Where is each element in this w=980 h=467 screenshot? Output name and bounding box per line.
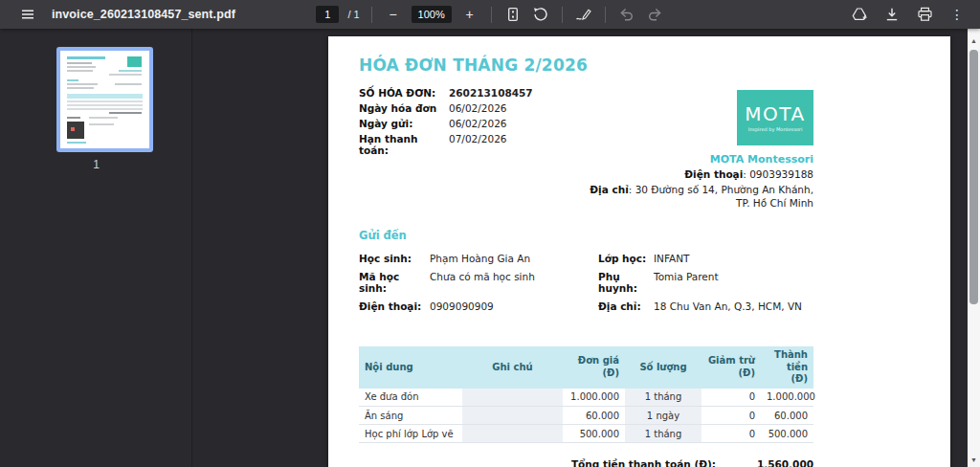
meta-label: Ngày hóa đơn bbox=[359, 102, 449, 114]
scroll-up-icon[interactable]: ▲ bbox=[968, 34, 980, 47]
total-label: Tổng tiền thanh toán (Đ): bbox=[571, 458, 716, 467]
student-name: Phạm Hoàng Gia An bbox=[430, 253, 598, 264]
toolbar-divider bbox=[491, 7, 492, 23]
col-header-note: Ghi chú bbox=[462, 346, 563, 389]
company-name: MOTA Montessori bbox=[584, 153, 813, 166]
recipient-address-label: Địa chỉ: bbox=[598, 300, 654, 312]
student-label: Học sinh: bbox=[359, 253, 430, 264]
toolbar-divider bbox=[371, 7, 372, 23]
logo-text: MOTA bbox=[745, 104, 805, 123]
page-number-input[interactable] bbox=[316, 6, 339, 23]
item-quantity: 1 tháng bbox=[625, 425, 702, 443]
recipient-section-title: Gửi đến bbox=[359, 229, 813, 242]
table-header-row: Nội dung Ghi chú Đơn giá (Đ) Số lượng Gi… bbox=[359, 346, 813, 389]
undo-icon[interactable] bbox=[617, 4, 636, 25]
item-discount: 0 bbox=[702, 425, 761, 443]
thumbnail-page-number: 1 bbox=[0, 158, 192, 171]
item-quantity: 1 ngày bbox=[625, 407, 702, 425]
student-id: Chưa có mã học sinh bbox=[430, 271, 598, 294]
item-discount: 0 bbox=[702, 389, 761, 407]
document-filename: invoice_260213108457_sent.pdf bbox=[52, 8, 235, 21]
col-header-unit-price: Đơn giá (Đ) bbox=[563, 346, 625, 389]
print-icon[interactable] bbox=[915, 4, 934, 25]
mota-logo: MOTA Inspired by Montessori bbox=[737, 90, 813, 145]
vertical-scrollbar[interactable]: ▲ ▼ bbox=[968, 29, 980, 467]
toolbar-right: ⋮ bbox=[850, 0, 980, 29]
col-header-amount: Thành tiền (Đ) bbox=[761, 346, 813, 389]
col-header-discount: Giảm trừ (Đ) bbox=[702, 346, 761, 389]
save-to-drive-icon[interactable] bbox=[850, 4, 869, 25]
recipient-left-column: Học sinh: Phạm Hoàng Gia An Mã học sinh:… bbox=[359, 253, 598, 312]
company-block: MOTA Inspired by Montessori MOTA Montess… bbox=[584, 90, 813, 211]
recipient-phone: 0909090909 bbox=[430, 300, 598, 312]
phone-value: : 0903939188 bbox=[743, 168, 813, 180]
class-name: INFANT bbox=[654, 253, 813, 264]
rotate-icon[interactable] bbox=[531, 4, 550, 25]
invoice-items-table: Nội dung Ghi chú Đơn giá (Đ) Số lượng Gi… bbox=[359, 346, 813, 443]
company-phone: Điện thoại: 0903939188 bbox=[584, 167, 813, 181]
fit-page-icon[interactable] bbox=[503, 4, 523, 25]
item-amount: 60.000 bbox=[761, 407, 813, 425]
page-thumbnail[interactable] bbox=[56, 47, 153, 152]
item-unit-price: 500.000 bbox=[563, 425, 625, 443]
recipient-phone-label: Điện thoại: bbox=[359, 300, 430, 312]
item-unit-price: 1.000.000 bbox=[563, 389, 625, 407]
item-discount: 0 bbox=[702, 407, 761, 425]
logo-tagline: Inspired by Montessori bbox=[748, 126, 803, 132]
document-viewport: HÓA ĐƠN THÁNG 2/2026 SỐ HÓA ĐƠN: 2602131… bbox=[193, 29, 968, 467]
recipient-right-column: Lớp học: INFANT Phụ huynh: Tomia Parent … bbox=[598, 253, 813, 312]
redo-icon[interactable] bbox=[645, 4, 664, 25]
zoom-out-button[interactable]: − bbox=[384, 4, 403, 25]
item-quantity: 1 tháng bbox=[625, 389, 702, 407]
col-header-description: Nội dung bbox=[359, 346, 462, 389]
total-value: 1,560,000 bbox=[716, 458, 813, 467]
scrollbar-thumb[interactable] bbox=[969, 50, 978, 304]
student-id-label: Mã học sinh: bbox=[359, 271, 430, 294]
company-address: Địa chỉ: 30 Đường số 14, Phường An Khánh… bbox=[584, 183, 813, 210]
item-note bbox=[462, 389, 563, 407]
zoom-in-button[interactable]: + bbox=[460, 4, 479, 25]
parent-label: Phụ huynh: bbox=[598, 271, 654, 294]
pdf-toolbar: invoice_260213108457_sent.pdf / 1 − 100%… bbox=[0, 0, 980, 29]
pdf-viewer-window: invoice_260213108457_sent.pdf / 1 − 100%… bbox=[0, 0, 980, 467]
item-description: Ăn sáng bbox=[359, 407, 462, 425]
invoice-title: HÓA ĐƠN THÁNG 2/2026 bbox=[359, 56, 813, 75]
item-description: Học phí lớp Lớp vẽ bbox=[359, 425, 462, 443]
item-description: Xe đưa đón bbox=[359, 389, 462, 407]
invoice-document: HÓA ĐƠN THÁNG 2/2026 SỐ HÓA ĐƠN: 2602131… bbox=[328, 36, 813, 467]
recipient-address: 18 Chu Van An, Q.3, HCM, VN bbox=[654, 300, 813, 312]
zoom-level-value[interactable]: 100% bbox=[412, 6, 452, 23]
scroll-down-icon[interactable]: ▼ bbox=[968, 454, 980, 466]
meta-label: Hạn thanh toán: bbox=[359, 133, 449, 156]
class-label: Lớp học: bbox=[598, 253, 654, 264]
download-icon[interactable] bbox=[882, 4, 902, 25]
address-label: Địa chỉ bbox=[590, 184, 628, 195]
recipient-info: Học sinh: Phạm Hoàng Gia An Mã học sinh:… bbox=[359, 253, 813, 312]
meta-label: Ngày gửi: bbox=[359, 118, 449, 129]
page-thumbnail-preview bbox=[60, 51, 149, 148]
item-unit-price: 60.000 bbox=[563, 407, 625, 425]
thumbnail-sidebar: 1 bbox=[0, 29, 192, 467]
toolbar-center: / 1 − 100% + bbox=[316, 4, 663, 25]
invoice-total: Tổng tiền thanh toán (Đ): 1,560,000 bbox=[359, 458, 813, 467]
toolbar-divider bbox=[605, 7, 606, 23]
invoice-meta: SỐ HÓA ĐƠN: 260213108457 Ngày hóa đơn 06… bbox=[359, 87, 617, 156]
meta-label: SỐ HÓA ĐƠN: bbox=[359, 87, 449, 99]
table-row: Xe đưa đón 1.000.000 1 tháng 0 1.000.000 bbox=[359, 389, 813, 407]
item-note bbox=[462, 425, 563, 443]
menu-icon[interactable] bbox=[18, 4, 37, 25]
pdf-page: HÓA ĐƠN THÁNG 2/2026 SỐ HÓA ĐƠN: 2602131… bbox=[328, 36, 950, 467]
table-row: Học phí lớp Lớp vẽ 500.000 1 tháng 0 500… bbox=[359, 425, 813, 443]
invoice-header: SỐ HÓA ĐƠN: 260213108457 Ngày hóa đơn 06… bbox=[359, 87, 813, 194]
item-amount: 1.000.000 bbox=[761, 389, 813, 407]
item-amount: 500.000 bbox=[761, 425, 813, 443]
page-count-label: / 1 bbox=[347, 9, 359, 20]
address-value: : 30 Đường số 14, Phường An Khánh, TP. H… bbox=[629, 184, 813, 209]
table-row: Ăn sáng 60.000 1 ngày 0 60.000 bbox=[359, 407, 813, 425]
annotate-pen-icon[interactable] bbox=[574, 4, 593, 25]
toolbar-divider bbox=[562, 7, 563, 23]
item-note bbox=[462, 407, 563, 425]
parent-name: Tomia Parent bbox=[654, 271, 813, 294]
more-options-icon[interactable]: ⋮ bbox=[947, 4, 967, 25]
phone-label: Điện thoại bbox=[684, 168, 743, 180]
